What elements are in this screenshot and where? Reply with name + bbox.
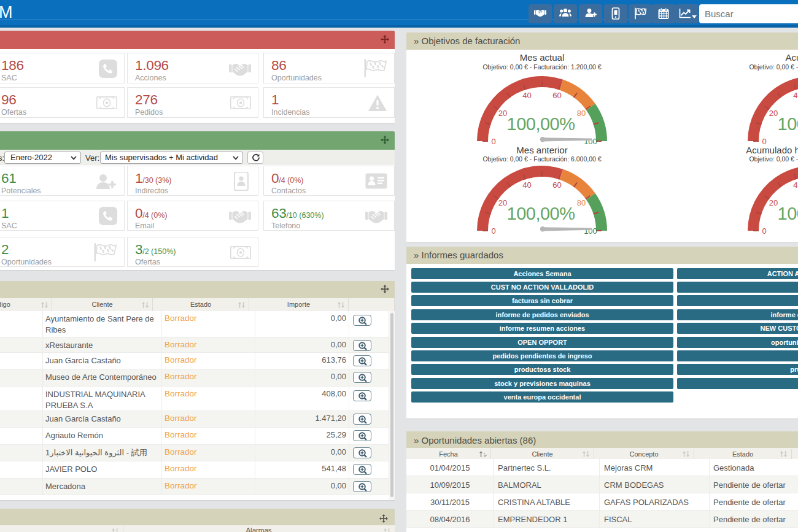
svg-text:100,00%: 100,00%	[778, 204, 798, 223]
svg-text:20: 20	[769, 198, 778, 207]
svg-text:60: 60	[552, 91, 561, 100]
svg-text:Objetivo: 0,00 € - Facturación: Objetivo: 0,00 € - Facturación: 6.000,00…	[482, 155, 601, 163]
svg-text:40: 40	[522, 180, 531, 190]
svg-text:Acumulado hasta mes anterior: Acumulado hasta mes anterior	[746, 145, 798, 155]
svg-text:100,00%: 100,00%	[507, 204, 575, 223]
svg-text:100: 100	[584, 137, 597, 146]
svg-text:0: 0	[491, 226, 495, 236]
svg-text:20: 20	[769, 109, 778, 118]
svg-text:Acumulado: Acumulado	[785, 52, 798, 63]
svg-text:20: 20	[498, 198, 507, 207]
svg-text:40: 40	[522, 91, 531, 100]
svg-text:40: 40	[793, 180, 798, 190]
svg-text:0: 0	[491, 137, 495, 146]
svg-text:Objetivo: 0,00 € - Facturación: Objetivo: 0,00 € - Facturación: 7.200,00…	[749, 63, 798, 71]
svg-text:40: 40	[793, 91, 798, 100]
svg-text:80: 80	[577, 198, 586, 207]
svg-text:Objetivo: 0,00 € - Facturación: Objetivo: 0,00 € - Facturación: 1.200,00…	[482, 63, 601, 71]
svg-text:Mes anterior: Mes anterior	[516, 145, 567, 155]
svg-text:60: 60	[552, 180, 561, 190]
svg-text:Objetivo: 0,00 € - Facturación: Objetivo: 0,00 € - Facturación: 6.000,00…	[749, 155, 798, 163]
svg-text:100,00%: 100,00%	[778, 114, 798, 134]
svg-text:80: 80	[577, 109, 586, 118]
svg-text:100,00%: 100,00%	[507, 114, 575, 134]
svg-text:0: 0	[762, 226, 766, 236]
svg-text:Mes actual: Mes actual	[520, 52, 565, 63]
svg-text:20: 20	[498, 109, 507, 118]
svg-text:100: 100	[584, 226, 597, 236]
